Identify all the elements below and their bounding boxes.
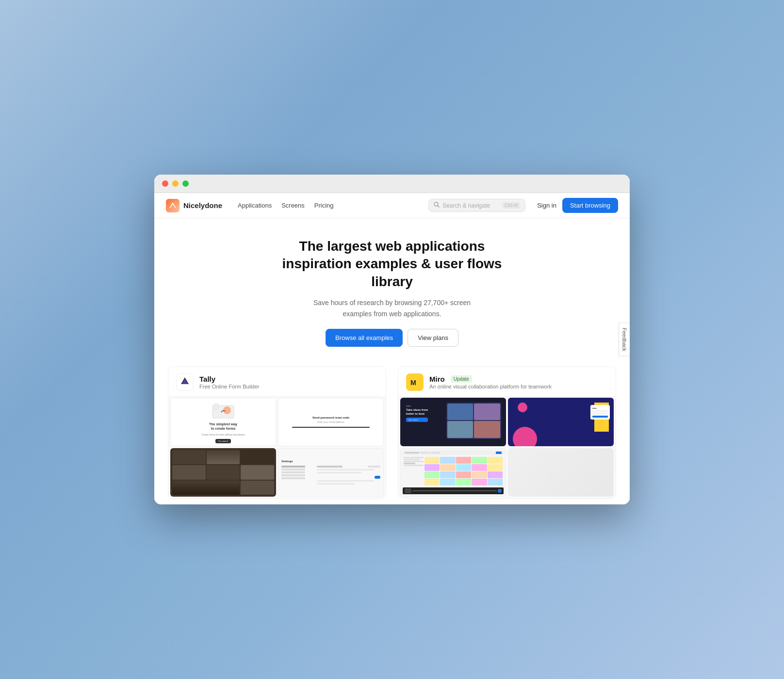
tally-dark-content — [170, 448, 276, 497]
tally-form-illustration — [211, 401, 235, 420]
settings-toggle — [375, 476, 380, 479]
miro-screenshot-3[interactable] — [400, 448, 506, 497]
feedback-tab[interactable]: Feedback — [619, 323, 630, 356]
miro-collab-content — [403, 451, 504, 494]
search-placeholder: Search & navigate — [442, 202, 500, 209]
tally-logo — [176, 373, 194, 391]
hero-buttons: Browse all examples View plans — [166, 329, 618, 347]
miro-circle-small — [518, 403, 527, 412]
title-bar — [154, 175, 630, 193]
search-shortcut: Ctrl+K — [503, 202, 520, 209]
tally-screenshot-2[interactable]: Send password reset code Enter your emai… — [278, 398, 384, 446]
miro-app-info: Miro Update An online visual collaborati… — [429, 375, 552, 389]
password-form-title: Send password reset code — [312, 416, 349, 419]
logo-icon — [166, 199, 180, 212]
miro-hero-title: Take ideas frombetter to best — [406, 408, 428, 416]
tally-screenshots: The simplest wayto create forms Create f… — [168, 396, 386, 499]
miro-screenshots: miro Take ideas frombetter to best Get s… — [398, 396, 616, 499]
miro-login-card: miro — [590, 405, 610, 420]
search-bar[interactable]: Search & navigate Ctrl+K — [428, 199, 525, 212]
tally-form-sub: Create forms for free without boundaries — [201, 433, 245, 436]
tally-form-title: The simplest wayto create forms — [209, 422, 237, 431]
nav-applications[interactable]: Applications — [238, 202, 272, 209]
navbar: Nicelydone Applications Screens Pricing … — [154, 193, 630, 218]
browser-window: Nicelydone Applications Screens Pricing … — [154, 175, 630, 504]
tally-form-button: Get started — [215, 439, 231, 443]
miro-hero-content: miro Take ideas frombetter to best Get s… — [403, 401, 503, 443]
tally-card[interactable]: Tally Free Online Form Builder — [168, 366, 386, 499]
miro-card-signin — [592, 416, 608, 418]
logo-text: Nicelydone — [183, 201, 222, 210]
view-plans-button[interactable]: View plans — [408, 329, 458, 347]
miro-circle-large — [513, 427, 537, 446]
settings-title: Settings — [281, 460, 293, 463]
sign-in-button[interactable]: Sign in — [537, 202, 556, 209]
search-icon — [434, 202, 440, 209]
password-form-input — [292, 427, 370, 428]
miro-screenshot-2[interactable]: miro — [508, 398, 614, 446]
nav-links: Applications Screens Pricing — [238, 202, 417, 209]
miro-card-password — [592, 413, 608, 414]
close-button[interactable] — [162, 180, 168, 187]
tally-card-header: Tally Free Online Form Builder — [168, 367, 386, 396]
miro-hero-text-area: miro Take ideas frombetter to best Get s… — [406, 404, 428, 422]
miro-hero-image — [446, 403, 501, 439]
miro-video-bar — [403, 487, 504, 494]
miro-update-badge: Update — [451, 375, 472, 383]
settings-row — [281, 466, 380, 485]
miro-screenshot-1[interactable]: miro Take ideas frombetter to best Get s… — [400, 398, 506, 446]
tally-screenshot-4[interactable]: Settings — [278, 448, 384, 497]
maximize-button[interactable] — [182, 180, 189, 187]
miro-app-description: An online visual collaboration platform … — [429, 384, 552, 389]
miro-card-title: miro — [592, 407, 608, 409]
miro-collab-sidebar — [404, 457, 424, 485]
browse-examples-button[interactable]: Browse all examples — [326, 329, 403, 347]
miro-card-email — [592, 410, 608, 412]
minimize-button[interactable] — [172, 180, 179, 187]
miro-logo: M — [406, 373, 424, 391]
nav-pricing[interactable]: Pricing — [314, 202, 334, 209]
miro-app-name: Miro — [429, 375, 445, 383]
tally-screenshot-1[interactable]: The simplest wayto create forms Create f… — [170, 398, 276, 446]
miro-hero-cta: Get started — [406, 418, 428, 422]
tally-app-info: Tally Free Online Form Builder — [199, 375, 260, 389]
svg-text:M: M — [410, 379, 416, 387]
miro-collab-board — [425, 457, 503, 485]
hero-title: The largest web applications inspiration… — [266, 238, 518, 291]
tally-app-name: Tally — [199, 375, 260, 383]
main-content: The largest web applications inspiration… — [154, 218, 630, 504]
logo-area[interactable]: Nicelydone — [166, 199, 222, 212]
svg-rect-8 — [214, 404, 218, 409]
miro-card[interactable]: M Miro Update An online visual collabora… — [398, 366, 616, 499]
cards-section: Tally Free Online Form Builder — [154, 361, 630, 504]
hero-subtitle: Save hours of research by browsing 27,70… — [305, 297, 479, 319]
start-browsing-button[interactable]: Start browsing — [562, 198, 618, 213]
settings-sidebar — [281, 466, 311, 485]
svg-line-3 — [438, 206, 439, 207]
tally-screenshot-3[interactable] — [170, 448, 276, 497]
miro-screenshot-4[interactable] — [508, 448, 614, 497]
tally-app-description: Free Online Form Builder — [199, 384, 260, 389]
settings-main — [317, 466, 380, 485]
nav-right: Sign in Start browsing — [537, 198, 618, 213]
password-form-sub: Enter your email address — [317, 420, 344, 423]
nav-screens[interactable]: Screens — [281, 202, 305, 209]
hero-section: The largest web applications inspiration… — [154, 218, 630, 361]
miro-abstract-content: miro — [508, 398, 614, 446]
miro-empty-content — [508, 449, 613, 496]
miro-card-header: M Miro Update An online visual collabora… — [398, 367, 616, 396]
